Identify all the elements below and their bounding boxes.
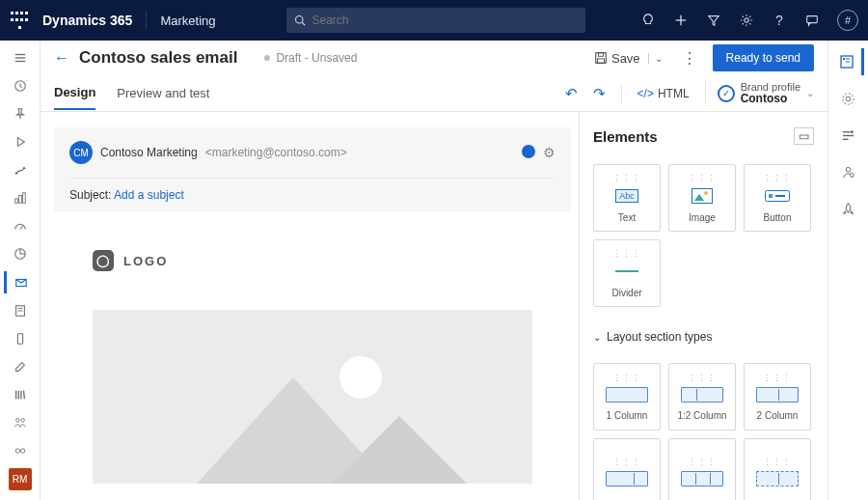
svg-rect-19 — [17, 334, 22, 345]
sender-name: Contoso Marketing — [100, 146, 198, 159]
drag-handle-icon: ⋮⋮⋮ — [763, 458, 792, 467]
elements-heading: Elements ▭ — [593, 127, 814, 145]
nav-chart-icon[interactable] — [6, 243, 35, 265]
logo-placeholder[interactable]: ◯ LOGO — [93, 250, 532, 271]
nav-mobile-icon[interactable] — [6, 327, 35, 349]
module-name[interactable]: Marketing — [160, 14, 215, 28]
lightbulb-icon[interactable] — [640, 13, 656, 28]
chevron-down-icon[interactable]: ⌄ — [648, 53, 663, 64]
svg-marker-47 — [694, 194, 704, 201]
info-icon[interactable] — [522, 145, 535, 158]
nav-settings-icon[interactable] — [6, 355, 35, 377]
user-avatar[interactable]: # — [837, 10, 858, 31]
user-tile[interactable]: RM — [9, 468, 32, 490]
nav-email-icon[interactable] — [4, 271, 33, 293]
hero-image-placeholder[interactable] — [93, 310, 532, 484]
back-button[interactable]: ← — [54, 49, 69, 67]
element-button[interactable]: ⋮⋮⋮ Button — [744, 164, 811, 232]
tab-preview[interactable]: Preview and test — [117, 77, 209, 109]
element-divider[interactable]: ⋮⋮⋮ Divider — [593, 239, 661, 307]
svg-rect-11 — [18, 196, 21, 204]
main-region: ← Contoso sales email Draft - Unsaved Sa… — [41, 41, 827, 500]
ready-to-send-button[interactable]: Ready to send — [713, 44, 814, 71]
help-icon[interactable]: ? — [772, 13, 787, 28]
gear-icon[interactable] — [739, 13, 754, 28]
grid-toggle-icon[interactable]: ▭ — [794, 127, 814, 145]
plus-icon[interactable] — [673, 13, 689, 28]
image-icon — [692, 187, 713, 205]
subject-row: Subject: Add a subject — [69, 178, 556, 202]
email-body[interactable]: ◯ LOGO — [54, 211, 571, 500]
tab-design[interactable]: Design — [54, 76, 95, 110]
element-image[interactable]: ⋮⋮⋮ Image — [668, 164, 736, 232]
nav-segment-icon[interactable] — [6, 412, 35, 434]
layout-12col-icon — [681, 387, 723, 403]
nav-journey-icon[interactable] — [6, 159, 35, 181]
global-search[interactable] — [286, 8, 585, 33]
layout-1-column[interactable]: ⋮⋮⋮ 1 Column — [593, 363, 661, 431]
email-canvas[interactable]: CM Contoso Marketing <marketing@contoso.… — [41, 112, 579, 500]
tool-rocket-icon[interactable] — [834, 195, 863, 222]
add-subject-link[interactable]: Add a subject — [114, 188, 184, 202]
layout-3-column[interactable]: ⋮⋮⋮ — [668, 438, 736, 500]
brand-profile-selector[interactable]: ✓ Brand profile Contoso ⌄ — [705, 81, 814, 105]
app-launcher-icon[interactable] — [10, 11, 29, 30]
tool-styles-icon[interactable] — [834, 122, 863, 149]
nav-speed-icon[interactable] — [6, 215, 35, 237]
from-row: CM Contoso Marketing <marketing@contoso.… — [69, 141, 556, 164]
nav-menu-icon[interactable] — [6, 46, 35, 69]
layout-custom-icon — [756, 471, 799, 486]
svg-rect-5 — [807, 16, 818, 23]
undo-button[interactable]: ↶ — [565, 85, 578, 102]
save-button[interactable]: Save ⌄ — [590, 47, 666, 69]
layout-2-column[interactable]: ⋮⋮⋮ 2 Column — [744, 363, 811, 431]
layout-1-2-column[interactable]: ⋮⋮⋮ 1:2 Column — [668, 363, 736, 431]
filter-icon[interactable] — [706, 13, 721, 28]
chevron-down-icon: ⌄ — [806, 88, 814, 98]
divider — [146, 11, 147, 30]
nav-library-icon[interactable] — [6, 384, 35, 406]
drag-handle-icon: ⋮⋮⋮ — [688, 174, 717, 183]
sender-email: <marketing@contoso.com> — [205, 146, 347, 159]
layout-1col-icon — [606, 387, 648, 403]
tool-settings-icon[interactable] — [834, 85, 863, 112]
nav-recent-icon[interactable] — [6, 74, 35, 97]
layout-label: 1:2 Column — [677, 410, 726, 421]
element-text[interactable]: ⋮⋮⋮ Abc Text — [593, 164, 661, 232]
nav-form-icon[interactable] — [6, 299, 35, 321]
more-actions-button[interactable]: ⋮ — [674, 49, 705, 68]
chat-icon[interactable] — [804, 13, 820, 28]
element-label: Button — [764, 212, 792, 223]
layouts-grid: ⋮⋮⋮ 1 Column ⋮⋮⋮ 1:2 Column ⋮⋮⋮ 2 Column… — [593, 363, 814, 500]
layout-label: 1 Column — [607, 410, 648, 421]
logo-text: LOGO — [123, 254, 168, 268]
layout-2-1-column[interactable]: ⋮⋮⋮ — [593, 438, 661, 500]
html-view-button[interactable]: </> HTML — [637, 87, 690, 100]
nav-play-icon[interactable] — [6, 130, 35, 153]
nav-analytics-icon[interactable] — [6, 187, 35, 209]
tool-personalize-icon[interactable] — [834, 158, 863, 185]
svg-point-0 — [296, 16, 304, 24]
layout-2col-icon — [756, 387, 799, 403]
svg-rect-41 — [598, 53, 603, 57]
header-actions: Save ⌄ ⋮ Ready to send — [590, 44, 814, 71]
email-header-block: CM Contoso Marketing <marketing@contoso.… — [54, 127, 571, 211]
redo-button[interactable]: ↷ — [593, 85, 606, 102]
nav-consent-icon[interactable] — [6, 440, 35, 462]
layout-custom[interactable]: ⋮⋮⋮ — [744, 438, 811, 500]
svg-line-13 — [20, 226, 23, 230]
drag-handle-icon: ⋮⋮⋮ — [612, 249, 641, 259]
logo-mark-icon: ◯ — [93, 250, 114, 271]
search-input[interactable] — [312, 14, 578, 27]
layout-section-heading[interactable]: ⌄ Layout section types — [593, 330, 814, 344]
drag-handle-icon: ⋮⋮⋮ — [763, 174, 792, 183]
layout-21col-icon — [606, 471, 648, 486]
element-label: Image — [689, 212, 716, 223]
divider-icon — [615, 263, 638, 280]
product-name: Dynamics 365 — [42, 13, 132, 28]
gear-icon[interactable]: ⚙ — [543, 145, 556, 160]
tool-elements-icon[interactable] — [835, 48, 864, 75]
nav-pin-icon[interactable] — [6, 102, 35, 125]
svg-point-39 — [850, 173, 854, 177]
code-icon: </> — [637, 87, 654, 100]
